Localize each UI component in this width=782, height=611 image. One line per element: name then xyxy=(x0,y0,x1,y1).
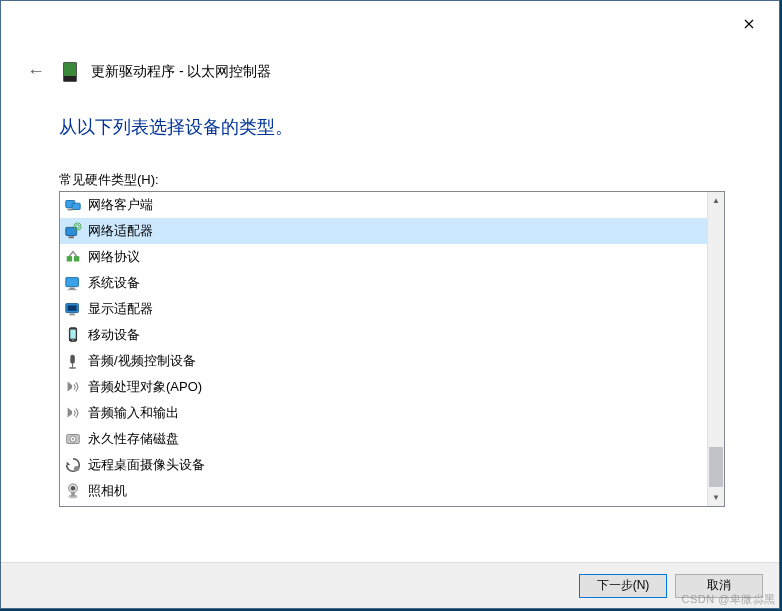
window-title: 更新驱动程序 - 以太网控制器 xyxy=(91,63,271,81)
apo-icon xyxy=(64,378,82,396)
svg-point-6 xyxy=(74,223,81,230)
storage-disk-icon xyxy=(64,430,82,448)
list-item[interactable]: 移动设备 xyxy=(60,322,707,348)
svg-point-17 xyxy=(72,339,73,340)
driver-update-dialog: ← 更新驱动程序 - 以太网控制器 从以下列表选择设备的类型。 常见硬件类型(H… xyxy=(0,0,780,609)
list-item-label: 音频处理对象(APO) xyxy=(88,378,202,396)
svg-rect-13 xyxy=(68,305,77,310)
watermark: CSDN @卑微尛黑 xyxy=(682,592,776,607)
list-item[interactable]: 音频/视频控制设备 xyxy=(60,348,707,374)
svg-rect-1 xyxy=(72,203,80,209)
network-protocol-icon xyxy=(64,248,82,266)
list-item-label: 网络适配器 xyxy=(88,222,153,240)
hardware-type-list: 网络客户端网络适配器网络协议系统设备显示适配器移动设备音频/视频控制设备音频处理… xyxy=(59,191,725,507)
device-icon xyxy=(63,62,77,82)
list-item[interactable]: 网络协议 xyxy=(60,244,707,270)
list-item[interactable]: 永久性存储磁盘 xyxy=(60,426,707,452)
scrollbar[interactable]: ▲ ▼ xyxy=(707,192,724,506)
scroll-down-button[interactable]: ▼ xyxy=(708,489,724,506)
svg-rect-19 xyxy=(72,364,73,368)
scroll-thumb[interactable] xyxy=(709,447,723,487)
display-adapter-icon xyxy=(64,300,82,318)
list-item[interactable]: 音频处理对象(APO) xyxy=(60,374,707,400)
svg-rect-10 xyxy=(69,288,74,290)
svg-rect-20 xyxy=(69,367,75,368)
list-item-label: 网络客户端 xyxy=(88,196,153,214)
svg-point-5 xyxy=(76,225,80,229)
svg-rect-7 xyxy=(67,256,72,261)
list-item-label: 照相机 xyxy=(88,482,127,500)
list-item[interactable]: 照相机 xyxy=(60,478,707,504)
list-item[interactable]: 网络适配器 xyxy=(60,218,707,244)
list-item[interactable]: 网络客户端 xyxy=(60,192,707,218)
svg-rect-11 xyxy=(68,289,77,290)
svg-point-28 xyxy=(71,486,76,491)
list-label: 常见硬件类型(H): xyxy=(59,171,159,189)
svg-rect-18 xyxy=(70,355,75,364)
svg-rect-4 xyxy=(69,236,74,238)
svg-point-24 xyxy=(74,466,79,471)
svg-rect-16 xyxy=(70,330,75,339)
list-item-label: 移动设备 xyxy=(88,326,140,344)
list-item-label: 系统设备 xyxy=(88,274,140,292)
svg-rect-2 xyxy=(68,209,73,211)
main-heading: 从以下列表选择设备的类型。 xyxy=(59,115,293,139)
av-controller-icon xyxy=(64,352,82,370)
header-row: ← 更新驱动程序 - 以太网控制器 xyxy=(23,57,271,86)
list-item[interactable]: 显示适配器 xyxy=(60,296,707,322)
svg-rect-8 xyxy=(74,256,79,261)
button-bar: 下一步(N) 取消 xyxy=(1,562,779,608)
mobile-device-icon xyxy=(64,326,82,344)
audio-io-icon xyxy=(64,404,82,422)
back-arrow-icon[interactable]: ← xyxy=(23,57,49,86)
list-item[interactable]: 远程桌面摄像头设备 xyxy=(60,452,707,478)
network-client-icon xyxy=(64,196,82,214)
camera-icon xyxy=(64,482,82,500)
list-item-label: 远程桌面摄像头设备 xyxy=(88,456,205,474)
list-item-label: 网络协议 xyxy=(88,248,140,266)
close-button[interactable] xyxy=(729,9,769,39)
svg-rect-9 xyxy=(66,278,79,287)
remote-camera-icon xyxy=(64,456,82,474)
svg-point-23 xyxy=(72,438,74,440)
list-item[interactable]: 音频输入和输出 xyxy=(60,400,707,426)
system-device-icon xyxy=(64,274,82,292)
list-item-label: 音频输入和输出 xyxy=(88,404,179,422)
network-adapter-icon xyxy=(64,222,82,240)
list-item[interactable]: 系统设备 xyxy=(60,270,707,296)
list-item-label: 音频/视频控制设备 xyxy=(88,352,196,370)
scroll-up-button[interactable]: ▲ xyxy=(708,192,724,209)
list-item-label: 显示适配器 xyxy=(88,300,153,318)
list-item-label: 永久性存储磁盘 xyxy=(88,430,179,448)
scroll-track[interactable] xyxy=(708,209,724,489)
next-button[interactable]: 下一步(N) xyxy=(579,574,667,598)
svg-rect-14 xyxy=(69,314,74,316)
